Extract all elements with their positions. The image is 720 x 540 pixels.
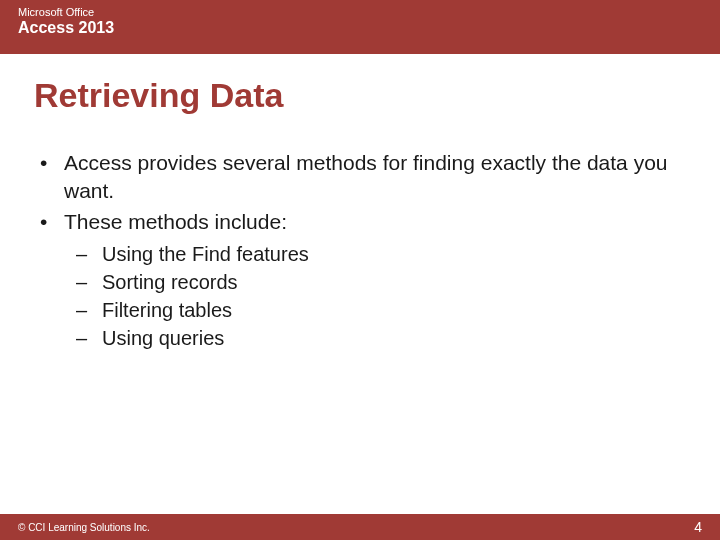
sub-marker: – bbox=[72, 268, 102, 296]
bullet-marker: • bbox=[34, 149, 64, 177]
sub-text: Using queries bbox=[102, 324, 224, 352]
sub-item: – Filtering tables bbox=[72, 296, 686, 324]
footer-copyright: © CCI Learning Solutions Inc. bbox=[18, 522, 150, 533]
bullet-item: • Access provides several methods for fi… bbox=[34, 149, 686, 206]
slide-title: Retrieving Data bbox=[0, 54, 720, 115]
footer-band: © CCI Learning Solutions Inc. 4 bbox=[0, 514, 720, 540]
sub-text: Filtering tables bbox=[102, 296, 232, 324]
sub-text: Using the Find features bbox=[102, 240, 309, 268]
sub-item: – Using the Find features bbox=[72, 240, 686, 268]
header-product: Access 2013 bbox=[18, 19, 702, 37]
sub-marker: – bbox=[72, 324, 102, 352]
sub-marker: – bbox=[72, 240, 102, 268]
header-brand: Microsoft Office bbox=[18, 6, 702, 18]
bullet-marker: • bbox=[34, 208, 64, 236]
sub-text: Sorting records bbox=[102, 268, 238, 296]
header-band: Microsoft Office Access 2013 bbox=[0, 0, 720, 54]
sub-list: – Using the Find features – Sorting reco… bbox=[34, 240, 686, 352]
bullet-text: Access provides several methods for find… bbox=[64, 149, 686, 206]
content-area: • Access provides several methods for fi… bbox=[0, 115, 720, 352]
sub-marker: – bbox=[72, 296, 102, 324]
sub-item: – Sorting records bbox=[72, 268, 686, 296]
bullet-item: • These methods include: bbox=[34, 208, 686, 236]
sub-item: – Using queries bbox=[72, 324, 686, 352]
bullet-list: • Access provides several methods for fi… bbox=[34, 149, 686, 236]
footer-page-number: 4 bbox=[694, 519, 702, 535]
bullet-text: These methods include: bbox=[64, 208, 686, 236]
